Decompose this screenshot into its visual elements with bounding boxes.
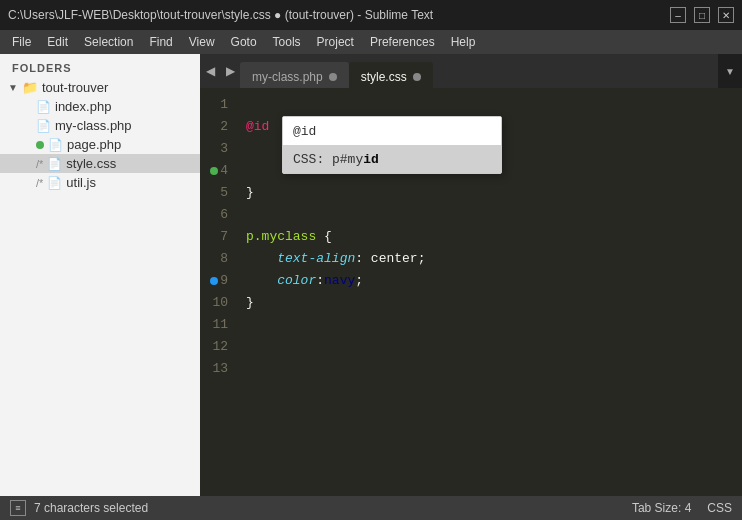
file-label: util.js — [66, 175, 96, 190]
menu-tools[interactable]: Tools — [265, 30, 309, 54]
line-num-10: 10 — [200, 292, 232, 314]
sidebar-header: FOLDERS — [0, 54, 200, 78]
code-line-12 — [240, 336, 742, 358]
menu-preferences[interactable]: Preferences — [362, 30, 443, 54]
line-num-3: 3 — [200, 138, 232, 160]
code-space: { — [316, 229, 332, 244]
line-num-5: 5 — [200, 182, 232, 204]
code-line-7: p.myclass { — [240, 226, 742, 248]
file-icon: 📄 — [47, 176, 62, 190]
line-num-7: 7 — [200, 226, 232, 248]
code-indent — [246, 273, 277, 288]
file-label: page.php — [67, 137, 121, 152]
code-line-10: } — [240, 292, 742, 314]
sidebar: FOLDERS ▼ 📁 tout-trouver 📄 index.php 📄 m… — [0, 54, 200, 496]
tab-nav-prev[interactable]: ◀ — [200, 54, 220, 88]
code-semi: ; — [418, 251, 426, 266]
menu-find[interactable]: Find — [141, 30, 180, 54]
menu-view[interactable]: View — [181, 30, 223, 54]
title-bar: C:\Users\JLF-WEB\Desktop\tout-trouver\st… — [0, 0, 742, 30]
title-bar-controls: – □ ✕ — [670, 7, 734, 23]
folder-tree: ▼ 📁 tout-trouver 📄 index.php 📄 my-class.… — [0, 78, 200, 496]
folder-icon: 📁 — [22, 80, 38, 95]
line-num-4: 4 — [200, 160, 232, 182]
tab-nav-next[interactable]: ▶ — [220, 54, 240, 88]
sidebar-item-tout-trouver[interactable]: ▼ 📁 tout-trouver — [0, 78, 200, 97]
file-label: style.css — [66, 156, 116, 171]
title-text: C:\Users\JLF-WEB\Desktop\tout-trouver\st… — [8, 8, 433, 22]
file-icon: 📄 — [47, 157, 62, 171]
line-num-9: 9 — [200, 270, 232, 292]
menu-edit[interactable]: Edit — [39, 30, 76, 54]
sidebar-item-index-php[interactable]: 📄 index.php — [0, 97, 200, 116]
autocomplete-text-0: @id — [293, 124, 316, 139]
code-property-color: color — [277, 273, 316, 288]
tab-bar: ◀ ▶ my-class.php style.css ▼ — [200, 54, 742, 88]
line-num-13: 13 — [200, 358, 232, 380]
menu-project[interactable]: Project — [309, 30, 362, 54]
code-colon2: : — [316, 273, 324, 288]
autocomplete-item-1[interactable]: CSS: p#myid — [283, 145, 501, 173]
code-line-11 — [240, 314, 742, 336]
code-semi2: ; — [355, 273, 363, 288]
sidebar-item-my-class-php[interactable]: 📄 my-class.php — [0, 116, 200, 135]
chevron-down-icon: ▼ — [8, 82, 18, 93]
line-num-12: 12 — [200, 336, 232, 358]
autocomplete-popup[interactable]: @id CSS: p#myid — [282, 116, 502, 174]
tab-dot — [329, 73, 337, 81]
status-left: ≡ 7 characters selected — [10, 500, 148, 516]
status-icon[interactable]: ≡ — [10, 500, 26, 516]
code-line-9: color:navy; — [240, 270, 742, 292]
comment-prefix: /* — [36, 177, 43, 189]
title-bar-path: C:\Users\JLF-WEB\Desktop\tout-trouver\st… — [8, 8, 433, 22]
tab-label: my-class.php — [252, 70, 323, 84]
modified-dot-green — [36, 141, 44, 149]
code-line-13 — [240, 358, 742, 380]
code-property: text-align — [277, 251, 355, 266]
gutter-dot-blue — [210, 277, 218, 285]
code-value: center — [371, 251, 418, 266]
minimize-button[interactable]: – — [670, 7, 686, 23]
status-text: 7 characters selected — [34, 501, 148, 515]
autocomplete-item-0[interactable]: @id — [283, 117, 501, 145]
sidebar-item-page-php[interactable]: 📄 page.php — [0, 135, 200, 154]
menu-help[interactable]: Help — [443, 30, 484, 54]
line-num-8: 8 — [200, 248, 232, 270]
code-selector: p.myclass — [246, 229, 316, 244]
line-numbers: 1 2 3 4 5 6 7 8 9 10 11 12 13 — [200, 88, 240, 496]
comment-prefix: /* — [36, 158, 43, 170]
status-bar: ≡ 7 characters selected Tab Size: 4 CSS — [0, 496, 742, 520]
code-content[interactable]: @id } p.myclass { text-align: center; co… — [240, 88, 742, 496]
line-num-1: 1 — [200, 94, 232, 116]
maximize-button[interactable]: □ — [694, 7, 710, 23]
code-line-6 — [240, 204, 742, 226]
code-value-navy: navy — [324, 273, 355, 288]
menu-selection[interactable]: Selection — [76, 30, 141, 54]
menu-goto[interactable]: Goto — [223, 30, 265, 54]
file-icon: 📄 — [36, 119, 51, 133]
tab-label: style.css — [361, 70, 407, 84]
line-num-11: 11 — [200, 314, 232, 336]
line-num-2: 2 — [200, 116, 232, 138]
folder-label: tout-trouver — [42, 80, 108, 95]
code-indent — [246, 251, 277, 266]
gutter-dot-green — [210, 167, 218, 175]
syntax-label[interactable]: CSS — [707, 501, 732, 515]
autocomplete-text-1: CSS: p#myid — [293, 152, 379, 167]
line-num-6: 6 — [200, 204, 232, 226]
close-button[interactable]: ✕ — [718, 7, 734, 23]
file-label: index.php — [55, 99, 111, 114]
menu-file[interactable]: File — [4, 30, 39, 54]
file-icon: 📄 — [48, 138, 63, 152]
sidebar-item-util-js[interactable]: /* 📄 util.js — [0, 173, 200, 192]
tab-dropdown-button[interactable]: ▼ — [718, 54, 742, 88]
sidebar-item-style-css[interactable]: /* 📄 style.css — [0, 154, 200, 173]
editor[interactable]: 1 2 3 4 5 6 7 8 9 10 11 12 13 — [200, 88, 742, 496]
status-right: Tab Size: 4 CSS — [632, 501, 732, 515]
code-brace: } — [246, 185, 254, 200]
code-line-5: } — [240, 182, 742, 204]
code-line-1 — [240, 94, 742, 116]
code-at-sign: @id — [246, 119, 269, 134]
tab-size-label[interactable]: Tab Size: 4 — [632, 501, 691, 515]
editor-area: ◀ ▶ my-class.php style.css ▼ 1 2 3 — [200, 54, 742, 496]
